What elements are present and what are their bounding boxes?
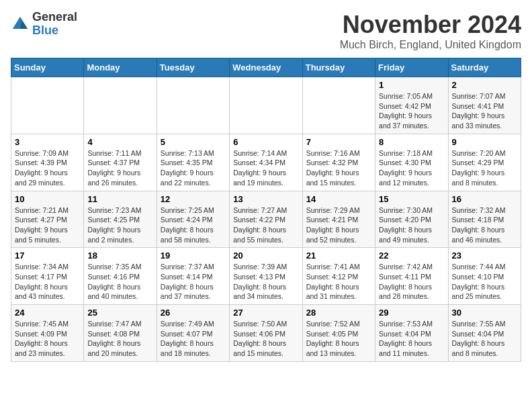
day-number: 13 (233, 194, 298, 204)
day-info: Sunrise: 7:05 AMSunset: 4:42 PMDaylight:… (379, 91, 444, 131)
day-number: 22 (379, 250, 444, 261)
day-header-row: SundayMondayTuesdayWednesdayThursdayFrid… (11, 58, 521, 77)
day-number: 9 (452, 137, 517, 147)
calendar-cell: 20Sunrise: 7:39 AMSunset: 4:13 PMDayligh… (230, 248, 302, 305)
day-number: 11 (87, 194, 152, 204)
calendar-cell: 2Sunrise: 7:07 AMSunset: 4:41 PMDaylight… (448, 77, 521, 134)
calendar-cell (230, 77, 302, 134)
month-title: November 2024 (340, 11, 521, 39)
day-info: Sunrise: 7:18 AMSunset: 4:30 PMDaylight:… (379, 148, 444, 188)
day-number: 16 (452, 194, 517, 204)
day-info: Sunrise: 7:25 AMSunset: 4:24 PMDaylight:… (161, 205, 226, 245)
calendar-cell: 9Sunrise: 7:20 AMSunset: 4:29 PMDaylight… (448, 134, 521, 191)
calendar-cell: 23Sunrise: 7:44 AMSunset: 4:10 PMDayligh… (448, 248, 521, 305)
day-info: Sunrise: 7:14 AMSunset: 4:34 PMDaylight:… (233, 148, 298, 188)
day-info: Sunrise: 7:11 AMSunset: 4:37 PMDaylight:… (87, 148, 152, 188)
calendar-cell (84, 77, 157, 134)
day-header-thursday: Thursday (302, 58, 375, 77)
day-number: 29 (379, 308, 444, 318)
calendar-body: 1Sunrise: 7:05 AMSunset: 4:42 PMDaylight… (11, 77, 521, 362)
day-info: Sunrise: 7:21 AMSunset: 4:27 PMDaylight:… (15, 205, 80, 245)
calendar-cell: 10Sunrise: 7:21 AMSunset: 4:27 PMDayligh… (11, 191, 84, 248)
day-info: Sunrise: 7:16 AMSunset: 4:32 PMDaylight:… (306, 148, 371, 188)
calendar-header: SundayMondayTuesdayWednesdayThursdayFrid… (11, 58, 521, 77)
day-number: 12 (161, 194, 226, 204)
day-number: 26 (161, 308, 226, 318)
logo-general: General (32, 11, 77, 24)
day-info: Sunrise: 7:09 AMSunset: 4:39 PMDaylight:… (15, 148, 80, 188)
day-info: Sunrise: 7:47 AMSunset: 4:08 PMDaylight:… (87, 319, 152, 359)
day-info: Sunrise: 7:07 AMSunset: 4:41 PMDaylight:… (452, 91, 517, 131)
calendar-cell: 22Sunrise: 7:42 AMSunset: 4:11 PMDayligh… (375, 248, 448, 305)
calendar-cell: 14Sunrise: 7:29 AMSunset: 4:21 PMDayligh… (302, 191, 375, 248)
calendar-cell: 29Sunrise: 7:53 AMSunset: 4:04 PMDayligh… (375, 305, 448, 362)
day-number: 15 (379, 194, 444, 204)
day-info: Sunrise: 7:32 AMSunset: 4:18 PMDaylight:… (452, 205, 517, 245)
calendar-cell: 13Sunrise: 7:27 AMSunset: 4:22 PMDayligh… (230, 191, 302, 248)
day-info: Sunrise: 7:49 AMSunset: 4:07 PMDaylight:… (161, 319, 226, 359)
calendar-cell: 30Sunrise: 7:55 AMSunset: 4:04 PMDayligh… (448, 305, 521, 362)
calendar-cell: 4Sunrise: 7:11 AMSunset: 4:37 PMDaylight… (84, 134, 157, 191)
day-header-saturday: Saturday (448, 58, 521, 77)
calendar-cell: 16Sunrise: 7:32 AMSunset: 4:18 PMDayligh… (448, 191, 521, 248)
day-number: 28 (306, 308, 371, 318)
day-number: 4 (87, 137, 152, 147)
day-header-wednesday: Wednesday (230, 58, 302, 77)
calendar-cell: 1Sunrise: 7:05 AMSunset: 4:42 PMDaylight… (375, 77, 448, 134)
day-info: Sunrise: 7:13 AMSunset: 4:35 PMDaylight:… (161, 148, 226, 188)
calendar-cell: 5Sunrise: 7:13 AMSunset: 4:35 PMDaylight… (157, 134, 229, 191)
calendar-cell: 12Sunrise: 7:25 AMSunset: 4:24 PMDayligh… (157, 191, 229, 248)
day-number: 30 (452, 308, 517, 318)
calendar-cell: 17Sunrise: 7:34 AMSunset: 4:17 PMDayligh… (11, 248, 84, 305)
day-number: 24 (15, 308, 80, 318)
calendar-cell (11, 77, 84, 134)
day-number: 5 (161, 137, 226, 147)
day-info: Sunrise: 7:34 AMSunset: 4:17 PMDaylight:… (15, 262, 80, 302)
calendar-cell: 27Sunrise: 7:50 AMSunset: 4:06 PMDayligh… (230, 305, 302, 362)
day-info: Sunrise: 7:37 AMSunset: 4:14 PMDaylight:… (161, 262, 226, 302)
day-info: Sunrise: 7:53 AMSunset: 4:04 PMDaylight:… (379, 319, 444, 359)
day-info: Sunrise: 7:30 AMSunset: 4:20 PMDaylight:… (379, 205, 444, 245)
calendar-cell (157, 77, 229, 134)
day-number: 7 (306, 137, 371, 147)
day-number: 20 (233, 250, 298, 261)
calendar-cell (302, 77, 375, 134)
calendar-cell: 19Sunrise: 7:37 AMSunset: 4:14 PMDayligh… (157, 248, 229, 305)
location: Much Birch, England, United Kingdom (340, 39, 521, 51)
day-info: Sunrise: 7:20 AMSunset: 4:29 PMDaylight:… (452, 148, 517, 188)
calendar-cell: 25Sunrise: 7:47 AMSunset: 4:08 PMDayligh… (84, 305, 157, 362)
day-number: 8 (379, 137, 444, 147)
day-info: Sunrise: 7:45 AMSunset: 4:09 PMDaylight:… (15, 319, 80, 359)
day-info: Sunrise: 7:50 AMSunset: 4:06 PMDaylight:… (233, 319, 298, 359)
day-info: Sunrise: 7:41 AMSunset: 4:12 PMDaylight:… (306, 262, 371, 302)
calendar-cell: 6Sunrise: 7:14 AMSunset: 4:34 PMDaylight… (230, 134, 302, 191)
calendar-cell: 8Sunrise: 7:18 AMSunset: 4:30 PMDaylight… (375, 134, 448, 191)
calendar-cell: 26Sunrise: 7:49 AMSunset: 4:07 PMDayligh… (157, 305, 229, 362)
day-number: 14 (306, 194, 371, 204)
day-header-tuesday: Tuesday (157, 58, 229, 77)
day-number: 21 (306, 250, 371, 261)
week-row-4: 24Sunrise: 7:45 AMSunset: 4:09 PMDayligh… (11, 305, 521, 362)
day-info: Sunrise: 7:23 AMSunset: 4:25 PMDaylight:… (87, 205, 152, 245)
calendar-cell: 7Sunrise: 7:16 AMSunset: 4:32 PMDaylight… (302, 134, 375, 191)
day-number: 2 (452, 80, 517, 90)
day-number: 25 (87, 308, 152, 318)
day-number: 10 (15, 194, 80, 204)
day-info: Sunrise: 7:55 AMSunset: 4:04 PMDaylight:… (452, 319, 517, 359)
logo-blue: Blue (32, 24, 77, 38)
day-info: Sunrise: 7:44 AMSunset: 4:10 PMDaylight:… (452, 262, 517, 302)
week-row-1: 3Sunrise: 7:09 AMSunset: 4:39 PMDaylight… (11, 134, 521, 191)
day-number: 19 (161, 250, 226, 261)
calendar-cell: 15Sunrise: 7:30 AMSunset: 4:20 PMDayligh… (375, 191, 448, 248)
calendar-cell: 24Sunrise: 7:45 AMSunset: 4:09 PMDayligh… (11, 305, 84, 362)
day-number: 1 (379, 80, 444, 90)
calendar-cell: 3Sunrise: 7:09 AMSunset: 4:39 PMDaylight… (11, 134, 84, 191)
day-info: Sunrise: 7:29 AMSunset: 4:21 PMDaylight:… (306, 205, 371, 245)
logo-icon (11, 15, 30, 34)
title-area: November 2024 Much Birch, England, Unite… (340, 11, 521, 51)
logo: General Blue (11, 11, 77, 38)
day-info: Sunrise: 7:35 AMSunset: 4:16 PMDaylight:… (87, 262, 152, 302)
day-number: 18 (87, 250, 152, 261)
day-number: 6 (233, 137, 298, 147)
day-info: Sunrise: 7:42 AMSunset: 4:11 PMDaylight:… (379, 262, 444, 302)
